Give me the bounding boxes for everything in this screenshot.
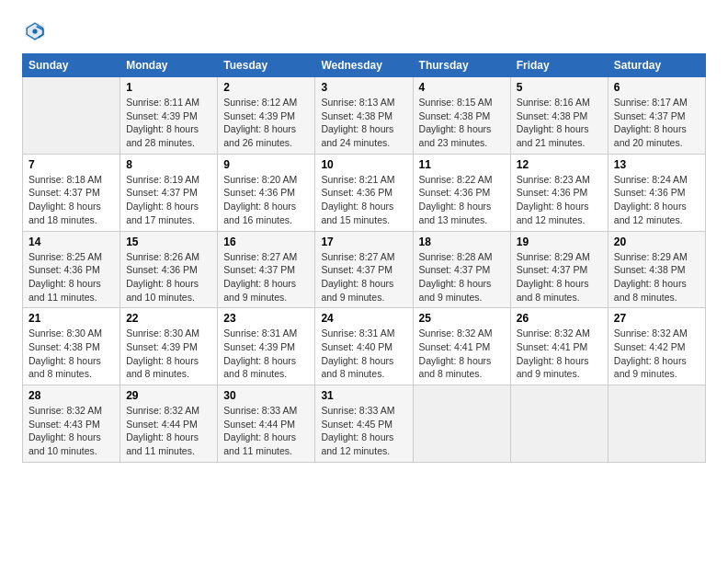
day-number: 6 <box>614 81 700 94</box>
day-info: Sunrise: 8:32 AMSunset: 4:42 PMDaylight:… <box>614 327 700 381</box>
day-info: Sunrise: 8:12 AMSunset: 4:39 PMDaylight:… <box>223 96 309 150</box>
calendar-body: 1Sunrise: 8:11 AMSunset: 4:39 PMDaylight… <box>23 77 706 463</box>
calendar-cell: 1Sunrise: 8:11 AMSunset: 4:39 PMDaylight… <box>120 77 218 155</box>
calendar-cell: 15Sunrise: 8:26 AMSunset: 4:36 PMDayligh… <box>120 231 218 308</box>
calendar-cell: 17Sunrise: 8:27 AMSunset: 4:37 PMDayligh… <box>315 231 413 308</box>
day-info: Sunrise: 8:31 AMSunset: 4:40 PMDaylight:… <box>321 327 406 381</box>
logo <box>22 18 51 44</box>
day-info: Sunrise: 8:32 AMSunset: 4:41 PMDaylight:… <box>517 327 602 381</box>
calendar-cell: 30Sunrise: 8:33 AMSunset: 4:44 PMDayligh… <box>218 385 315 463</box>
svg-point-2 <box>32 29 37 33</box>
day-number: 11 <box>419 158 505 171</box>
calendar-cell: 19Sunrise: 8:29 AMSunset: 4:37 PMDayligh… <box>510 231 608 308</box>
day-number: 20 <box>614 236 700 248</box>
calendar-cell: 9Sunrise: 8:20 AMSunset: 4:36 PMDaylight… <box>218 154 315 231</box>
day-number: 28 <box>28 389 114 402</box>
week-row-1: 7Sunrise: 8:18 AMSunset: 4:37 PMDaylight… <box>23 154 706 231</box>
day-number: 1 <box>126 81 211 94</box>
week-row-2: 14Sunrise: 8:25 AMSunset: 4:36 PMDayligh… <box>23 231 706 308</box>
day-info: Sunrise: 8:23 AMSunset: 4:36 PMDaylight:… <box>517 173 602 227</box>
weekday-tuesday: Tuesday <box>218 54 315 77</box>
calendar-cell: 16Sunrise: 8:27 AMSunset: 4:37 PMDayligh… <box>218 231 315 308</box>
weekday-thursday: Thursday <box>413 54 510 77</box>
day-number: 3 <box>321 81 406 94</box>
day-info: Sunrise: 8:13 AMSunset: 4:38 PMDaylight:… <box>321 96 406 150</box>
day-info: Sunrise: 8:15 AMSunset: 4:38 PMDaylight:… <box>419 96 505 150</box>
day-number: 15 <box>126 236 211 248</box>
calendar-cell: 21Sunrise: 8:30 AMSunset: 4:38 PMDayligh… <box>23 308 120 385</box>
day-number: 5 <box>517 81 602 94</box>
day-info: Sunrise: 8:32 AMSunset: 4:43 PMDaylight:… <box>28 404 114 458</box>
calendar-cell: 8Sunrise: 8:19 AMSunset: 4:37 PMDaylight… <box>120 154 218 231</box>
day-info: Sunrise: 8:32 AMSunset: 4:44 PMDaylight:… <box>126 404 211 458</box>
day-info: Sunrise: 8:25 AMSunset: 4:36 PMDaylight:… <box>28 250 114 304</box>
calendar-cell: 5Sunrise: 8:16 AMSunset: 4:38 PMDaylight… <box>510 77 608 155</box>
day-info: Sunrise: 8:28 AMSunset: 4:37 PMDaylight:… <box>419 250 505 304</box>
calendar-cell <box>413 385 510 463</box>
calendar-cell: 26Sunrise: 8:32 AMSunset: 4:41 PMDayligh… <box>510 308 608 385</box>
day-info: Sunrise: 8:33 AMSunset: 4:45 PMDaylight:… <box>321 404 406 458</box>
calendar-cell <box>608 385 705 463</box>
day-info: Sunrise: 8:18 AMSunset: 4:37 PMDaylight:… <box>28 173 114 227</box>
day-number: 21 <box>28 312 114 325</box>
weekday-sunday: Sunday <box>23 54 120 77</box>
page: SundayMondayTuesdayWednesdayThursdayFrid… <box>0 0 728 563</box>
day-info: Sunrise: 8:29 AMSunset: 4:38 PMDaylight:… <box>614 250 700 304</box>
calendar-cell: 25Sunrise: 8:32 AMSunset: 4:41 PMDayligh… <box>413 308 510 385</box>
weekday-monday: Monday <box>120 54 218 77</box>
calendar-header: SundayMondayTuesdayWednesdayThursdayFrid… <box>23 54 706 77</box>
day-number: 24 <box>321 312 406 325</box>
day-info: Sunrise: 8:22 AMSunset: 4:36 PMDaylight:… <box>419 173 505 227</box>
calendar-cell: 28Sunrise: 8:32 AMSunset: 4:43 PMDayligh… <box>23 385 120 463</box>
day-info: Sunrise: 8:32 AMSunset: 4:41 PMDaylight:… <box>419 327 505 381</box>
day-number: 9 <box>223 158 309 171</box>
day-info: Sunrise: 8:27 AMSunset: 4:37 PMDaylight:… <box>223 250 309 304</box>
day-number: 29 <box>126 389 211 402</box>
day-info: Sunrise: 8:19 AMSunset: 4:37 PMDaylight:… <box>126 173 211 227</box>
day-number: 19 <box>517 236 602 248</box>
calendar-cell: 31Sunrise: 8:33 AMSunset: 4:45 PMDayligh… <box>315 385 413 463</box>
calendar-cell <box>23 77 120 155</box>
day-info: Sunrise: 8:21 AMSunset: 4:36 PMDaylight:… <box>321 173 406 227</box>
day-number: 17 <box>321 236 406 248</box>
day-number: 8 <box>126 158 211 171</box>
day-number: 4 <box>419 81 505 94</box>
day-info: Sunrise: 8:27 AMSunset: 4:37 PMDaylight:… <box>321 250 406 304</box>
day-number: 22 <box>126 312 211 325</box>
day-info: Sunrise: 8:11 AMSunset: 4:39 PMDaylight:… <box>126 96 211 150</box>
calendar-cell: 18Sunrise: 8:28 AMSunset: 4:37 PMDayligh… <box>413 231 510 308</box>
day-info: Sunrise: 8:17 AMSunset: 4:37 PMDaylight:… <box>614 96 700 150</box>
week-row-0: 1Sunrise: 8:11 AMSunset: 4:39 PMDaylight… <box>23 77 706 155</box>
day-number: 2 <box>223 81 309 94</box>
day-info: Sunrise: 8:29 AMSunset: 4:37 PMDaylight:… <box>517 250 602 304</box>
calendar-cell: 12Sunrise: 8:23 AMSunset: 4:36 PMDayligh… <box>510 154 608 231</box>
day-number: 14 <box>28 236 114 248</box>
calendar-cell: 10Sunrise: 8:21 AMSunset: 4:36 PMDayligh… <box>315 154 413 231</box>
calendar-cell: 4Sunrise: 8:15 AMSunset: 4:38 PMDaylight… <box>413 77 510 155</box>
logo-icon <box>22 18 48 44</box>
header <box>22 18 706 44</box>
week-row-4: 28Sunrise: 8:32 AMSunset: 4:43 PMDayligh… <box>23 385 706 463</box>
calendar-cell: 23Sunrise: 8:31 AMSunset: 4:39 PMDayligh… <box>218 308 315 385</box>
day-number: 27 <box>614 312 700 325</box>
day-number: 12 <box>517 158 602 171</box>
calendar-cell: 27Sunrise: 8:32 AMSunset: 4:42 PMDayligh… <box>608 308 705 385</box>
calendar-cell: 14Sunrise: 8:25 AMSunset: 4:36 PMDayligh… <box>23 231 120 308</box>
day-number: 23 <box>223 312 309 325</box>
day-info: Sunrise: 8:33 AMSunset: 4:44 PMDaylight:… <box>223 404 309 458</box>
calendar-cell: 7Sunrise: 8:18 AMSunset: 4:37 PMDaylight… <box>23 154 120 231</box>
calendar-cell: 3Sunrise: 8:13 AMSunset: 4:38 PMDaylight… <box>315 77 413 155</box>
day-info: Sunrise: 8:20 AMSunset: 4:36 PMDaylight:… <box>223 173 309 227</box>
day-number: 7 <box>28 158 114 171</box>
weekday-saturday: Saturday <box>608 54 705 77</box>
day-info: Sunrise: 8:30 AMSunset: 4:38 PMDaylight:… <box>28 327 114 381</box>
day-info: Sunrise: 8:24 AMSunset: 4:36 PMDaylight:… <box>614 173 700 227</box>
weekday-wednesday: Wednesday <box>315 54 413 77</box>
day-number: 26 <box>517 312 602 325</box>
calendar-cell: 2Sunrise: 8:12 AMSunset: 4:39 PMDaylight… <box>218 77 315 155</box>
day-number: 30 <box>223 389 309 402</box>
calendar-cell: 11Sunrise: 8:22 AMSunset: 4:36 PMDayligh… <box>413 154 510 231</box>
weekday-friday: Friday <box>510 54 608 77</box>
day-number: 25 <box>419 312 505 325</box>
day-info: Sunrise: 8:26 AMSunset: 4:36 PMDaylight:… <box>126 250 211 304</box>
